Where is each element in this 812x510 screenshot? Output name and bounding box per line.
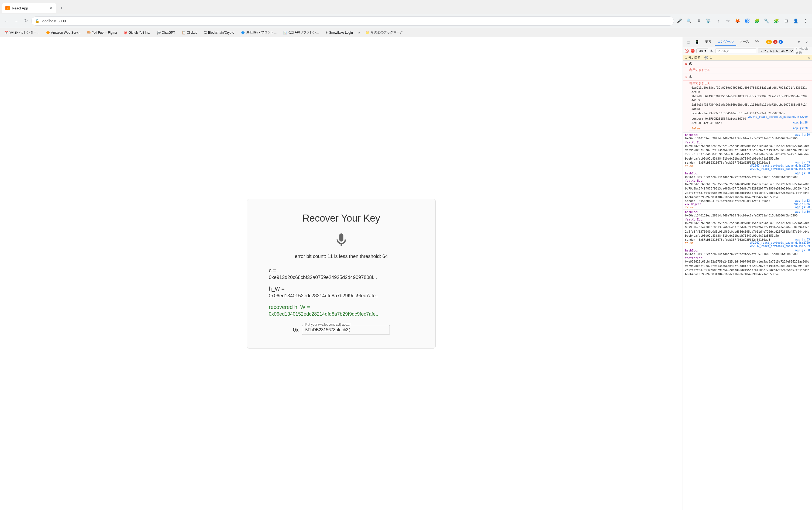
featxorecc-key-3: featXorEcc: <box>685 218 704 221</box>
tab-close-button[interactable]: ✕ <box>49 6 53 10</box>
bookmark-icon-7: 🔷 <box>241 31 245 34</box>
input-prefix: 0x <box>293 327 298 333</box>
devtools-panel: ⬚ 📱 要素 コンソール ソース >> 11 1 1 ⚙ ✕ 🚫 ⛔ <box>683 37 812 510</box>
bookmark-item-1[interactable]: 🔶 Amazon Web Serv... <box>44 30 83 35</box>
console-link-sender-3[interactable]: App.js:33 <box>795 238 810 241</box>
context-label: top <box>698 49 704 53</box>
close-devtools-button[interactable]: ✕ <box>803 39 810 45</box>
toolbar-actions: 🎤 🔍 ⬇ 📡 ↑ ☆ 🦊 🌀 🧩 🔧 🧩 ⊟ 👤 ⋮ <box>675 17 810 25</box>
devtools-action-icons: ⚙ ✕ <box>796 39 810 45</box>
active-tab[interactable]: R React App ✕ <box>2 3 56 13</box>
console-sender-1: sender: 0x5FbDB2315678afecb367f032d93F64… <box>692 117 746 124</box>
log-level-dropdown[interactable]: デフォルト レベル ▼ <box>758 49 794 53</box>
bookmark-item-3[interactable]: 🐙 Github Yoii Inc. <box>121 30 152 35</box>
devtools-tabs: 要素 コンソール ソース >> <box>702 38 761 46</box>
tab-title: React App <box>12 6 47 10</box>
bookmark-icon-0: 📅 <box>4 31 8 34</box>
tab-elements[interactable]: 要素 <box>702 38 714 46</box>
devtools-inspect-button[interactable]: ⬚ <box>685 39 692 45</box>
console-false-4: false <box>685 241 694 244</box>
console-link-hashecc-1[interactable]: App.js:30 <box>795 133 810 137</box>
settings-icon[interactable]: ⚙ <box>796 39 802 45</box>
console-filter-input[interactable] <box>715 49 756 53</box>
bookmark-item-6[interactable]: ⛓ Blockchain/Crypto <box>202 30 236 35</box>
console-link-hashecc-2[interactable]: App.js:30 <box>795 172 810 175</box>
menu-button[interactable]: ⋮ <box>801 17 810 25</box>
bookmark-label-1: Amazon Web Serv... <box>51 31 80 34</box>
bookmark-item-0[interactable]: 📅 yoii.jp - カレンダー... <box>2 30 41 35</box>
extension5-button[interactable]: 🧩 <box>772 17 781 25</box>
extension2-button[interactable]: 🌀 <box>743 17 752 25</box>
console-close-2[interactable]: × <box>685 75 687 79</box>
tab-more[interactable]: >> <box>752 38 761 46</box>
console-link-false3[interactable]: App.js:28 <box>795 206 810 209</box>
bookmark-item-2[interactable]: 🎨 Yoii Fuel – Figma <box>85 30 119 35</box>
avatar-button[interactable]: 👤 <box>791 17 800 25</box>
hw-label: h_W = <box>269 286 414 292</box>
console-entry-hash1: 0xe913d20c68cbf32a0759e24925d2d490978081… <box>689 85 810 116</box>
console-link-false2[interactable]: VM2247_react_devtools_backend.js:2709 <box>750 168 810 170</box>
console-link-hashecc-3[interactable]: App.js:30 <box>795 210 810 213</box>
extension4-button[interactable]: 🔧 <box>762 17 771 25</box>
issue-badge-header: 1 <box>779 40 783 44</box>
search-button[interactable]: 🔍 <box>685 17 693 25</box>
cast-button[interactable]: 📡 <box>704 17 713 25</box>
context-dropdown[interactable]: top ▼ <box>696 49 708 53</box>
hide-count-label: 3 件の非表示 <box>796 47 811 55</box>
bookmark-item-4[interactable]: 💬 ChatGPT <box>154 30 177 35</box>
download-button[interactable]: ⬇ <box>694 17 703 25</box>
bookmark-item-8[interactable]: 📊 会計APIリファレン... <box>281 30 321 35</box>
console-link-1[interactable]: VM2247_react_devtools_backend.js:2709 <box>748 115 808 118</box>
console-link-hashecc-4[interactable]: App.js:30 <box>795 249 810 252</box>
hashecc-key-3: hashEcc: <box>685 210 699 213</box>
browser-toolbar: ← → ↻ 🔒 localhost:3000 🎤 🔍 ⬇ 📡 ↑ ☆ 🦊 🌀 🧩… <box>0 14 812 28</box>
eye-icon[interactable]: 👁 <box>710 49 714 53</box>
tab-sources[interactable]: ソース <box>737 38 752 46</box>
mic-button[interactable]: 🎤 <box>675 17 684 25</box>
bookmark-item-other[interactable]: 📁 その他のブックマーク <box>364 30 405 35</box>
clear-console-button[interactable]: 🚫 <box>685 49 689 53</box>
console-link-2[interactable]: App.js:28 <box>793 121 808 124</box>
hashecc-key-1: hashEcc: <box>685 133 699 137</box>
extension3-button[interactable]: 🧩 <box>753 17 761 25</box>
pause-button[interactable]: ⛔ <box>690 49 695 53</box>
bookmark-label-2: Yoii Fuel – Figma <box>92 31 117 34</box>
bookmark-item-9[interactable]: ❄ Snowflake Login <box>323 30 355 35</box>
console-link-false1[interactable]: VM2247_react_devtools_backend.js:2709 <box>750 164 810 168</box>
new-tab-button[interactable]: + <box>57 4 66 12</box>
bookmark-icon-5: 📋 <box>182 31 186 34</box>
sender-text-2: sender: 0x5FbDB2315678afecb367f032d93F64… <box>685 199 770 203</box>
devtools-device-button[interactable]: 📱 <box>694 39 700 45</box>
bookmark-item-7[interactable]: 🔷 BFE.dev - フロント... <box>239 30 279 35</box>
console-link-sender-2[interactable]: App.js:33 <box>795 199 810 203</box>
bookmark-label-4: ChatGPT <box>162 31 175 34</box>
console-link-sender-1[interactable]: App.js:33 <box>795 161 810 164</box>
extension1-button[interactable]: 🦊 <box>733 17 742 25</box>
sender-text-3: sender: 0x5FbDB2315678afecb367f032d93F64… <box>685 238 770 241</box>
console-link-false4[interactable]: VM2247_react_devtools_backend.js:2709 <box>750 241 810 244</box>
wallet-address-input[interactable] <box>306 328 386 332</box>
forward-button[interactable]: → <box>12 17 21 25</box>
sidebar-button[interactable]: ⊟ <box>782 17 790 25</box>
tab-console[interactable]: コンソール <box>715 38 736 46</box>
issue-count-badge: 💬 1 <box>704 56 712 60</box>
console-section-body-1: 利用できません <box>683 67 812 73</box>
console-close-1[interactable]: × <box>685 62 687 66</box>
devtools-header: ⬚ 📱 要素 コンソール ソース >> 11 1 1 ⚙ ✕ <box>683 37 812 47</box>
console-link-object[interactable]: App.js:166 <box>794 203 810 206</box>
close-issue-button[interactable]: ✕ <box>808 56 810 60</box>
bookmark-button[interactable]: ☆ <box>724 17 732 25</box>
bookmark-label-5: Clickup <box>187 31 197 34</box>
unavailable-1: 利用できません <box>689 68 810 72</box>
console-link-3[interactable]: App.js:28 <box>793 127 808 130</box>
reload-button[interactable]: ↻ <box>22 17 30 25</box>
back-button[interactable]: ← <box>2 17 11 25</box>
console-link-false5[interactable]: VM2247_react_devtools_backend.js:2709 <box>750 244 810 247</box>
share-button[interactable]: ↑ <box>714 17 723 25</box>
lock-icon: 🔒 <box>35 19 39 23</box>
bookmark-item-5[interactable]: 📋 Clickup <box>179 30 200 35</box>
c-value: 0xe913d20c68cbf32a0759e24925d2d49097808l… <box>269 275 414 280</box>
address-bar[interactable]: 🔒 localhost:3000 <box>31 17 674 26</box>
featxorecc-value-3: 0xe913d20c68cbf32a0759e24925d2d490978081… <box>685 221 810 238</box>
console-object-1[interactable]: ▶ Object <box>685 203 701 206</box>
